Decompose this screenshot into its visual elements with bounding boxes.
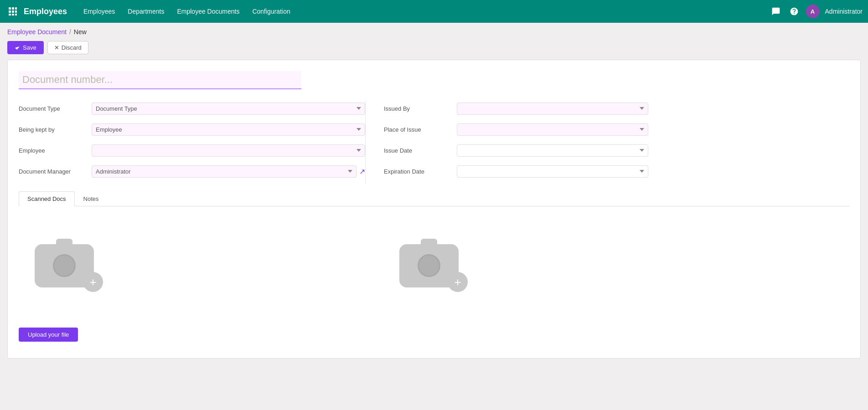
svg-rect-8 [15,14,17,15]
action-bar: Save ✕ Discard [0,39,868,60]
form-row-issued-by: Issued By [384,100,648,117]
label-expiration-date: Expiration Date [384,168,457,175]
form-row-place-of-issue: Place of Issue [384,121,648,138]
issued-by-wrap [457,102,648,115]
issue-date-select[interactable] [457,144,648,157]
topbar-nav: Employees Departments Employee Documents… [78,5,767,18]
check-icon [15,45,20,51]
external-link-icon[interactable]: ↗ [359,167,365,176]
discard-button[interactable]: ✕ Discard [47,41,88,54]
camera-upload-2[interactable]: + [383,225,475,307]
form-left: Document Type Document Type Being kept b… [19,100,365,184]
upload-area: + + [19,215,849,320]
form-section: Document Type Document Type Being kept b… [19,100,849,184]
avatar[interactable]: A [806,5,820,18]
form-row-being-kept: Being kept by Employee [19,121,365,138]
breadcrumb-parent[interactable]: Employee Document [7,28,67,36]
tab-content-scanned-docs: + + Upload yo [19,206,849,351]
label-being-kept: Being kept by [19,126,92,133]
chat-icon[interactable] [770,5,782,18]
label-doc-manager: Document Manager [19,168,92,175]
svg-rect-7 [12,14,14,15]
apps-icon[interactable] [5,4,20,19]
document-number-input[interactable] [19,71,301,89]
label-document-type: Document Type [19,105,92,112]
tabs: Scanned Docs Notes [19,191,849,206]
form-right: Issued By Place of Issue Issue Date [375,100,648,184]
help-icon[interactable] [788,5,801,18]
label-issue-date: Issue Date [384,147,457,154]
nav-employees[interactable]: Employees [78,5,120,18]
form-row-issue-date: Issue Date [384,142,648,159]
form-row-document-type: Document Type Document Type [19,100,365,117]
place-of-issue-wrap [457,123,648,136]
svg-rect-4 [12,10,14,13]
employee-select[interactable] [92,144,365,157]
label-place-of-issue: Place of Issue [384,126,457,133]
svg-rect-3 [9,10,11,13]
topbar-right: A Administrator [770,5,863,18]
nav-employee-documents[interactable]: Employee Documents [171,5,245,18]
svg-rect-0 [9,7,11,10]
form-row-expiration-date: Expiration Date [384,163,648,179]
brand-name: Employees [24,7,67,16]
tab-notes[interactable]: Notes [75,191,108,206]
topbar: Employees Employees Departments Employee… [0,0,868,23]
camera-upload-1[interactable]: + [19,225,110,307]
label-employee: Employee [19,147,92,154]
nav-departments[interactable]: Departments [122,5,170,18]
expiration-date-wrap [457,165,648,178]
save-button[interactable]: Save [7,41,44,54]
being-kept-select[interactable]: Employee [92,123,365,136]
nav-configuration[interactable]: Configuration [247,5,295,18]
form-divider [365,100,366,184]
doc-manager-wrap: Administrator ↗ [92,165,365,178]
tab-scanned-docs[interactable]: Scanned Docs [19,191,75,206]
issued-by-select[interactable] [457,102,648,115]
breadcrumb-separator: / [69,28,71,36]
upload-file-button[interactable]: Upload your file [19,328,78,342]
doc-manager-select[interactable]: Administrator [92,165,356,178]
form-row-employee: Employee [19,142,365,159]
place-of-issue-select[interactable] [457,123,648,136]
breadcrumb-current: New [74,28,87,36]
user-name: Administrator [825,8,863,15]
employee-wrap [92,144,365,157]
svg-rect-6 [9,14,11,15]
breadcrumb: Employee Document / New [0,23,868,39]
being-kept-wrap: Employee [92,123,365,136]
issue-date-wrap [457,144,648,157]
label-issued-by: Issued By [384,105,457,112]
main-card: Document Type Document Type Being kept b… [7,60,861,359]
expiration-date-select[interactable] [457,165,648,178]
document-type-select[interactable]: Document Type [92,102,365,115]
svg-rect-5 [15,10,17,13]
svg-rect-1 [12,7,14,10]
form-row-doc-manager: Document Manager Administrator ↗ [19,163,365,179]
document-type-wrap: Document Type [92,102,365,115]
svg-rect-2 [15,7,17,10]
